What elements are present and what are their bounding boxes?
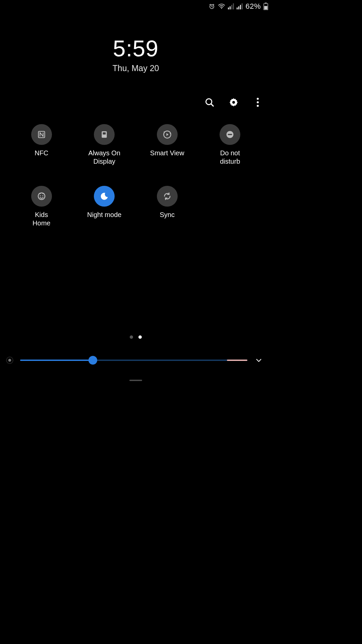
qs-tile-label: Always On Display [88, 149, 120, 166]
kids-icon [31, 186, 52, 207]
qs-tile-label: Do not disturb [220, 149, 240, 166]
settings-button[interactable] [227, 95, 241, 109]
svg-rect-12 [264, 6, 267, 10]
wifi-icon [218, 3, 225, 10]
quick-settings-grid: NFCAlways On DisplaySmart ViewDo not dis… [0, 124, 272, 227]
aod-icon [94, 124, 115, 145]
signal-1-icon [228, 3, 234, 9]
qs-tile-nfc[interactable]: NFC [10, 124, 73, 166]
qs-tile-sync[interactable]: Sync [136, 186, 199, 227]
brightness-row [0, 354, 272, 367]
svg-point-16 [257, 101, 259, 103]
status-bar: 62% [208, 2, 268, 11]
svg-rect-7 [238, 6, 239, 9]
moon-icon [94, 186, 115, 207]
battery-icon [263, 3, 268, 10]
svg-point-15 [257, 98, 259, 100]
qs-tile-label: Kids Home [33, 211, 50, 227]
battery-percentage: 62% [245, 2, 261, 11]
qs-tile-label: Sync [160, 211, 175, 219]
dnd-icon [220, 124, 240, 145]
search-button[interactable] [202, 95, 217, 109]
qs-tile-nightmode[interactable]: Night mode [73, 186, 136, 227]
page-indicator[interactable] [0, 335, 272, 339]
alarm-icon [208, 3, 215, 10]
qs-tile-label: NFC [35, 149, 48, 157]
clock-block: 5:59 Thu, May 20 [0, 35, 272, 73]
more-vertical-icon [256, 98, 259, 107]
search-icon [204, 97, 215, 107]
brightness-expand-button[interactable] [252, 354, 265, 367]
page-dot[interactable] [138, 335, 142, 339]
svg-rect-6 [237, 7, 238, 9]
svg-rect-20 [103, 132, 106, 135]
svg-point-17 [257, 105, 259, 107]
gear-icon [229, 97, 239, 107]
drag-handle[interactable] [129, 380, 142, 381]
svg-rect-4 [231, 5, 232, 10]
svg-rect-5 [233, 3, 234, 9]
signal-2-icon [237, 3, 243, 9]
brightness-icon [4, 355, 15, 366]
svg-point-28 [42, 195, 43, 196]
svg-point-14 [232, 101, 235, 104]
svg-rect-3 [230, 6, 231, 9]
page-dot[interactable] [130, 335, 133, 339]
qs-tile-dnd[interactable]: Do not disturb [199, 124, 262, 166]
qs-tile-kidshome[interactable]: Kids Home [10, 186, 73, 227]
svg-rect-8 [240, 5, 241, 10]
more-button[interactable] [251, 95, 265, 109]
svg-point-22 [164, 131, 165, 133]
chevron-down-icon [255, 357, 262, 364]
svg-point-1 [221, 8, 222, 9]
qs-tile-label: Night mode [87, 211, 121, 219]
qs-tile-smartview[interactable]: Smart View [136, 124, 199, 166]
qs-tile-label: Smart View [150, 149, 184, 157]
svg-rect-25 [228, 134, 232, 135]
clock-date: Thu, May 20 [0, 63, 272, 73]
qs-tile-aod[interactable]: Always On Display [73, 124, 136, 166]
sync-icon [157, 186, 178, 207]
smartview-icon [157, 124, 178, 145]
svg-rect-9 [242, 3, 243, 9]
svg-point-27 [40, 195, 41, 196]
nfc-icon [31, 124, 52, 145]
svg-point-29 [8, 359, 11, 362]
action-row [202, 95, 265, 109]
clock-time: 5:59 [0, 35, 272, 61]
svg-rect-2 [228, 7, 229, 9]
brightness-slider[interactable] [20, 356, 247, 365]
svg-point-23 [170, 132, 171, 134]
